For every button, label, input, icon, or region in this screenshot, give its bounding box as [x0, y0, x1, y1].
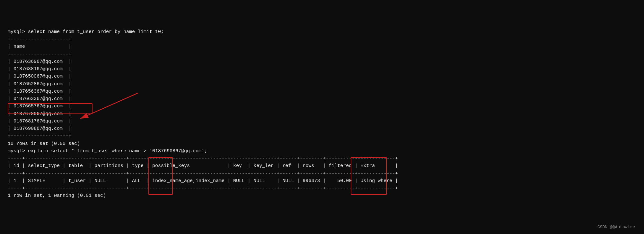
- watermark: CSDN @@Autowire: [597, 225, 635, 230]
- terminal-line: | 1 | SIMPLE | t_user | NULL | ALL | ind…: [8, 177, 636, 185]
- terminal-line: | 0187663367@qq.com |: [8, 95, 636, 103]
- terminal-line: +----+-------------+--------+-----------…: [8, 155, 636, 162]
- terminal-line: +----+-------------+--------+-----------…: [8, 185, 636, 192]
- terminal-line: | name |: [8, 43, 636, 50]
- terminal-line: +--------------------+: [8, 36, 636, 43]
- terminal-line: | 0187638167@qq.com |: [8, 65, 636, 73]
- terminal-line: | 0187656367@qq.com |: [8, 88, 636, 95]
- terminal-line: | 0187636967@qq.com |: [8, 58, 636, 65]
- terminal-line: | 0187665767@qq.com |: [8, 103, 636, 110]
- terminal-line: +----+-------------+--------+-----------…: [8, 170, 636, 177]
- terminal-line: +--------------------+: [8, 132, 636, 140]
- terminal-line: | 0187681767@qq.com |: [8, 118, 636, 125]
- terminal-output: mysql> select name from t_user order by …: [0, 0, 644, 234]
- terminal-line: 10 rows in set (0.00 sec): [8, 140, 636, 147]
- terminal-line: +--------------------+: [8, 51, 636, 58]
- terminal-line: | 0187690867@qq.com |: [8, 125, 636, 132]
- terminal-line: | id | select_type | table | partitions …: [8, 162, 636, 170]
- terminal-line: mysql> select name from t_user order by …: [8, 28, 636, 36]
- terminal-line: 1 row in set, 1 warning (0.01 sec): [8, 192, 636, 199]
- terminal-line: | 0187678967@qq.com |: [8, 110, 636, 118]
- terminal-line: | 0187652867@qq.com |: [8, 80, 636, 88]
- terminal-line: mysql> explain select * from t_user wher…: [8, 147, 636, 155]
- terminal-line: | 0187650067@qq.com |: [8, 73, 636, 80]
